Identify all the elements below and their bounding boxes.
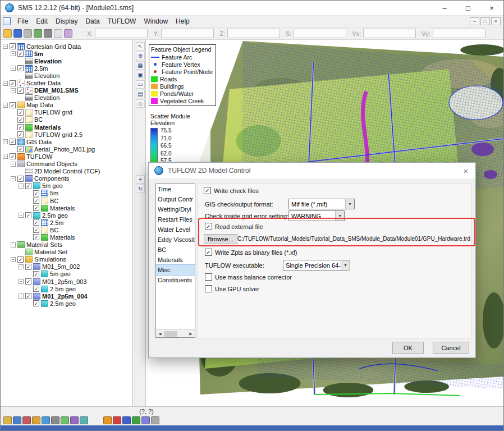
menu-display[interactable]: Display: [52, 16, 81, 26]
cartesian-grid-module-icon[interactable]: [13, 416, 21, 424]
child-minimize-icon[interactable]: –: [470, 17, 479, 25]
scatter-module-icon[interactable]: [22, 416, 31, 424]
tree-item-elevation[interactable]: Elevation: [1, 72, 132, 79]
visibility-checkbox[interactable]: ✓: [10, 102, 16, 108]
visibility-checkbox[interactable]: ✓: [25, 264, 31, 270]
collapse-icon[interactable]: −: [3, 139, 8, 144]
tree-item-materials[interactable]: ✓Materials: [1, 123, 132, 131]
coord-input-z[interactable]: [227, 29, 280, 38]
collapse-icon[interactable]: −: [11, 176, 16, 181]
category-restart-files[interactable]: Restart Files: [156, 214, 195, 224]
collapse-icon[interactable]: −: [3, 154, 8, 159]
gis-module-icon[interactable]: [42, 416, 50, 424]
tree-item-tuflow-grid-2-5[interactable]: ✓TUFLOW grid 2.5: [1, 131, 132, 138]
tree-item-bc[interactable]: ✓BC: [1, 116, 132, 123]
visibility-checkbox[interactable]: ✓: [10, 139, 16, 145]
cancel-button[interactable]: Cancel: [433, 342, 469, 354]
tree-item-material-sets[interactable]: −Material Sets: [1, 241, 132, 249]
measure-icon[interactable]: [64, 29, 72, 38]
menu-edit[interactable]: Edit: [32, 16, 52, 26]
visibility-checkbox[interactable]: ✓: [17, 65, 24, 71]
tree-item-gis-data[interactable]: −✓GIS Data: [1, 138, 132, 145]
tree-item-components[interactable]: −✓Components: [1, 175, 132, 182]
tree-item-cartesian-grid-data[interactable]: −✓Cartesian Grid Data: [1, 43, 132, 50]
measure-tool-icon[interactable]: ◇: [136, 99, 145, 108]
category-constituents[interactable]: Constituents: [156, 275, 195, 285]
visibility-checkbox[interactable]: ✓: [17, 131, 24, 137]
tree-item-elevation[interactable]: Elevation: [1, 57, 132, 65]
zoom-box-icon[interactable]: [54, 29, 62, 38]
save-icon[interactable]: [13, 29, 22, 38]
category-wetting-dryi[interactable]: Wetting/Dryi: [156, 204, 195, 214]
print-icon[interactable]: [24, 29, 32, 38]
raster-module-icon[interactable]: [70, 416, 79, 424]
create-grid-cell-icon[interactable]: ▦: [136, 61, 145, 70]
visibility-checkbox[interactable]: ✓: [17, 256, 24, 263]
collapse-icon[interactable]: −: [11, 162, 16, 167]
visibility-checkbox[interactable]: ✓: [33, 190, 39, 196]
tree-item-2d-model-control-tcf[interactable]: 2D Model Control (TCF): [1, 168, 132, 175]
visibility-checkbox[interactable]: ✓: [25, 293, 31, 299]
tree-item-m01-5m-002[interactable]: −✓M01_5m_002: [1, 263, 132, 270]
visibility-checkbox[interactable]: ✓: [33, 227, 39, 233]
dataset-toolbox-icon[interactable]: [132, 416, 140, 424]
tree-item-5m-geo[interactable]: −✓5m geo: [1, 182, 132, 190]
write-check-files-row[interactable]: ✓ Write check files: [204, 187, 259, 194]
tree-item-tuflow[interactable]: −✓TUFLOW: [1, 153, 132, 160]
visibility-checkbox[interactable]: ✓: [17, 109, 24, 116]
category-water-level[interactable]: Water Level: [156, 224, 195, 235]
visibility-checkbox[interactable]: ✓: [17, 176, 24, 182]
tuflow-tools-icon[interactable]: [103, 416, 112, 424]
coord-input-vx[interactable]: [363, 29, 416, 38]
coord-input-y[interactable]: [161, 29, 214, 38]
collapse-icon[interactable]: −: [19, 213, 24, 218]
write-check-files-checkbox[interactable]: ✓: [204, 187, 211, 194]
visibility-checkbox[interactable]: ✓: [17, 117, 24, 123]
tree-item-bc[interactable]: ✓BC: [1, 197, 132, 204]
check-inside-dropdown[interactable]: WARNING ▼: [288, 210, 345, 221]
collapse-icon[interactable]: −: [11, 88, 16, 93]
child-restore-icon[interactable]: □: [480, 17, 490, 25]
category-bc[interactable]: BC: [156, 245, 195, 255]
executable-dropdown[interactable]: Single Precision 64-Bit ▼: [283, 260, 350, 270]
quadtree-module-icon[interactable]: [80, 416, 88, 424]
category-time[interactable]: Time: [156, 184, 195, 194]
check-model-icon[interactable]: [122, 416, 131, 424]
visibility-checkbox[interactable]: ✓: [25, 183, 31, 189]
visibility-checkbox[interactable]: ✓: [25, 212, 31, 218]
menu-help[interactable]: Help: [172, 16, 194, 26]
collapse-icon[interactable]: −: [11, 242, 16, 247]
tree-item-tuflow-grid[interactable]: ✓TUFLOW grid: [1, 109, 132, 116]
tree-item-5m[interactable]: −✓5m: [1, 50, 132, 57]
select-grid-cell-icon[interactable]: ▣: [136, 71, 145, 79]
coord-input-s[interactable]: [294, 29, 346, 38]
list-horizontal-scrollbar[interactable]: ◀ ▶: [156, 329, 195, 337]
visibility-checkbox[interactable]: ✓: [17, 124, 24, 130]
windows-taskbar[interactable]: [1, 425, 503, 431]
tree-item-2-5m-geo[interactable]: ✓2.5m geo: [1, 285, 132, 292]
dialog-close-icon[interactable]: ×: [456, 166, 475, 176]
coord-input-vy[interactable]: [433, 29, 485, 38]
child-close-icon[interactable]: ×: [491, 17, 501, 25]
tree-item-command-objects[interactable]: −Command Objects: [1, 161, 132, 168]
grid-frame-icon[interactable]: ▭: [136, 80, 145, 89]
tree-item-2-5m-geo[interactable]: −✓2.5m geo: [1, 212, 132, 219]
settings-icon[interactable]: [151, 416, 159, 424]
annotation-module-icon[interactable]: [61, 416, 69, 424]
minimize-button[interactable]: –: [433, 1, 456, 15]
menu-data[interactable]: Data: [81, 16, 103, 26]
browse-button[interactable]: Browse...: [204, 234, 237, 244]
tree-item-2-5m[interactable]: ✓2.5m: [1, 219, 132, 226]
open-file-icon[interactable]: [3, 29, 12, 38]
menu-window[interactable]: Window: [140, 16, 172, 26]
mesh-module-icon[interactable]: [3, 416, 12, 424]
visibility-checkbox[interactable]: ✓: [33, 198, 39, 204]
visibility-checkbox[interactable]: ✓: [33, 219, 39, 226]
tree-item-2-5m-geo[interactable]: ✓2.5m geo: [1, 300, 132, 307]
collapse-icon[interactable]: −: [11, 66, 16, 71]
read-external-file-checkbox[interactable]: ✓: [205, 223, 212, 230]
mass-balance-row[interactable]: Use mass balance corrector: [205, 273, 292, 281]
category-materials[interactable]: Materials: [156, 255, 195, 265]
visibility-checkbox[interactable]: ✓: [33, 286, 39, 292]
tree-item-dem-m01-sms[interactable]: −✓DEM_M01.SMS: [1, 87, 132, 94]
